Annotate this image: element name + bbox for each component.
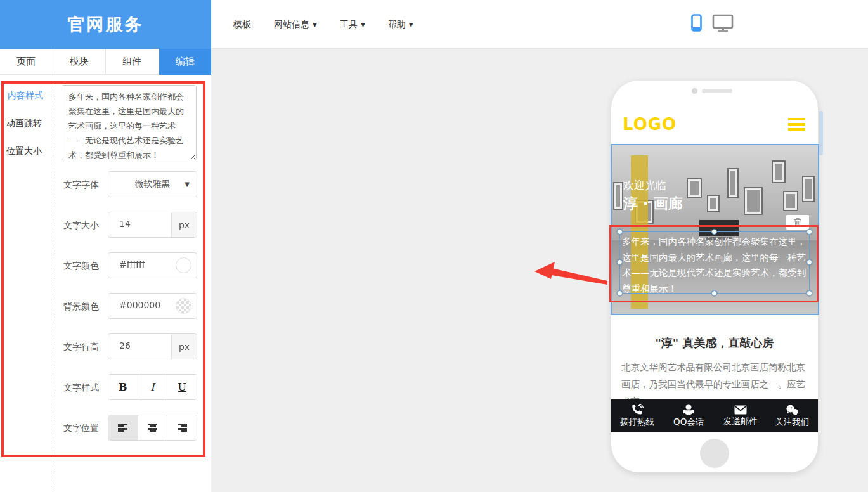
line-height-input[interactable]: 26 px <box>108 333 197 359</box>
panel-menu-animation-jump[interactable]: 动画跳转 <box>6 118 42 129</box>
mail-icon <box>734 405 747 415</box>
canvas-scrollbar[interactable] <box>819 111 823 155</box>
toolbar-menu: 模板 网站信息 ▼ 工具 ▼ 帮助 ▼ <box>233 0 413 49</box>
site-logo[interactable]: LOGO <box>616 115 677 134</box>
device-preview-toggle <box>691 14 734 32</box>
color-swatch-circle[interactable] <box>176 257 191 273</box>
align-right-button[interactable] <box>167 415 197 440</box>
resize-handle[interactable] <box>617 290 623 296</box>
font-family-label: 文字字体 <box>63 179 99 191</box>
menu-help-label: 帮助 <box>388 19 406 30</box>
hero-subtitle: 欢迎光临 <box>623 178 666 193</box>
menu-tools-label: 工具 <box>340 19 358 30</box>
smartphone-icon[interactable] <box>691 14 702 32</box>
transparent-checker-swatch[interactable] <box>176 298 191 314</box>
qq-icon <box>683 404 694 415</box>
site-header: LOGO <box>616 105 813 144</box>
section-heading: "淳" 真美感，直敲心房 <box>611 335 818 351</box>
picture-frame <box>707 195 720 212</box>
tab-edit[interactable]: 编辑 <box>159 49 212 75</box>
picture-frame <box>802 176 815 202</box>
underline-label: U <box>178 381 186 393</box>
text-style-group: B I U <box>108 374 197 400</box>
text-color-label: 文字颜色 <box>63 261 99 272</box>
website-builder-app: 官网服务 模板 网站信息 ▼ 工具 ▼ 帮助 ▼ <box>0 0 868 492</box>
text-style-label: 文字样式 <box>63 382 99 394</box>
phone-icon <box>631 404 644 415</box>
resize-handle[interactable] <box>617 229 623 235</box>
nav-qq-chat[interactable]: QQ会话 <box>663 399 715 432</box>
bg-color-label: 背景颜色 <box>63 301 99 313</box>
line-height-unit: px <box>171 334 197 359</box>
picture-frame <box>783 191 798 211</box>
panel-tabbar: 页面 模块 组件 编辑 <box>0 49 211 75</box>
panel-menu-content-style[interactable]: 内容样式 <box>8 90 43 101</box>
picture-frame <box>772 160 786 183</box>
nav-send-email-label: 发送邮件 <box>723 416 758 427</box>
font-size-unit: px <box>171 212 197 237</box>
picture-frame <box>613 182 623 210</box>
phone-home-button[interactable] <box>700 439 729 468</box>
tab-component[interactable]: 组件 <box>106 49 159 75</box>
bg-color-value: #000000 <box>119 300 160 310</box>
hamburger-menu-icon[interactable] <box>788 115 813 134</box>
nav-call-hotline-label: 拨打热线 <box>620 417 654 428</box>
resize-handle[interactable] <box>711 290 717 296</box>
nav-call-hotline[interactable]: 拨打热线 <box>611 399 663 432</box>
nav-follow-us-label: 关注我们 <box>775 417 809 428</box>
bold-label: B <box>119 381 127 393</box>
trash-icon <box>793 217 802 227</box>
align-right-icon <box>178 424 187 432</box>
text-align-group <box>108 415 197 441</box>
content-text-input[interactable]: 多年来，国内各种名家创作都会聚集在这里，这里是国内最大的艺术画廊，这里的每一种艺… <box>62 85 197 160</box>
tab-module[interactable]: 模块 <box>53 49 107 75</box>
chevron-down-icon: ▼ <box>361 22 365 28</box>
font-size-value: 14 <box>119 219 131 229</box>
menu-site-info[interactable]: 网站信息 ▼ <box>274 19 317 30</box>
text-align-label: 文字位置 <box>63 423 99 434</box>
picture-frame <box>727 168 739 198</box>
bold-button[interactable]: B <box>108 375 138 399</box>
line-height-value: 26 <box>119 340 131 351</box>
underline-button[interactable]: U <box>167 375 197 399</box>
selected-text-block[interactable]: 多年来，国内各种名家创作都会聚集在这里，这里是国内最大的艺术画廊，这里的每一种艺… <box>619 231 810 294</box>
chevron-down-icon: ▼ <box>409 22 413 28</box>
bg-color-input[interactable]: #000000 <box>108 293 197 319</box>
font-family-select[interactable]: 微软雅黑 ▼ <box>108 171 197 197</box>
panel-menu-position-size[interactable]: 位置大小 <box>6 146 42 157</box>
align-left-button[interactable] <box>108 415 138 440</box>
brand-header: 官网服务 <box>0 0 211 49</box>
nav-qq-chat-label: QQ会话 <box>673 417 704 428</box>
menu-template[interactable]: 模板 <box>233 19 251 30</box>
wechat-icon <box>786 405 798 415</box>
delete-button[interactable] <box>786 215 809 230</box>
line-height-label: 文字行高 <box>63 342 99 353</box>
font-size-input[interactable]: 14 px <box>108 212 197 238</box>
intro-section: "淳" 真美感，直敲心房 北京文华阁艺术品有限公司北京画店简称北京画店，乃我国当… <box>611 315 818 399</box>
panel-divider <box>53 82 53 492</box>
resize-handle[interactable] <box>617 259 623 265</box>
menu-tools[interactable]: 工具 ▼ <box>340 19 365 30</box>
picture-frame <box>744 187 763 215</box>
monitor-icon[interactable] <box>712 14 734 32</box>
font-size-label: 文字大小 <box>63 220 99 231</box>
tab-page[interactable]: 页面 <box>0 49 53 75</box>
resize-handle[interactable] <box>806 259 812 265</box>
nav-follow-us[interactable]: 关注我们 <box>767 399 819 432</box>
phone-camera-dot <box>692 88 697 94</box>
menu-site-info-label: 网站信息 <box>274 19 309 30</box>
resize-handle[interactable] <box>806 229 812 235</box>
resize-handle[interactable] <box>806 290 812 296</box>
align-center-button[interactable] <box>138 415 168 440</box>
hero-body-text: 多年来，国内各种名家创作都会聚集在这里，这里是国内最大的艺术画廊，这里的每一种艺… <box>620 232 809 298</box>
italic-label: I <box>150 381 154 393</box>
align-center-icon <box>148 424 157 432</box>
italic-button[interactable]: I <box>138 375 168 399</box>
text-color-input[interactable]: #ffffff <box>108 252 197 278</box>
top-toolbar: 模板 网站信息 ▼ 工具 ▼ 帮助 ▼ <box>211 0 868 49</box>
resize-handle[interactable] <box>711 229 717 235</box>
chevron-down-icon: ▼ <box>313 22 317 28</box>
nav-send-email[interactable]: 发送邮件 <box>715 399 767 432</box>
menu-help[interactable]: 帮助 ▼ <box>388 19 413 30</box>
font-family-value: 微软雅黑 <box>135 179 171 190</box>
